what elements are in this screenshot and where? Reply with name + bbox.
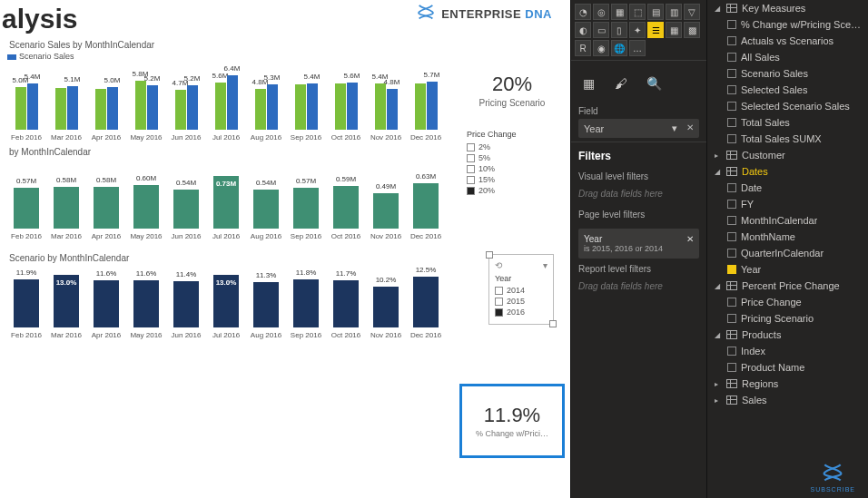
bar[interactable]: 5.4M [27,83,38,130]
field-node[interactable]: Selected Scenario Sales [707,98,868,114]
bar[interactable]: 5.7M [427,82,438,130]
table-node[interactable]: ▸Sales [707,392,868,408]
bar[interactable] [55,88,66,130]
viz-r-icon[interactable]: R [575,40,591,56]
chart-scenario-sales[interactable]: Scenario Sales by MonthInCalendar Scenar… [7,40,445,142]
field-node[interactable]: Price Change [707,294,868,310]
bar[interactable]: 5.4M [375,83,386,130]
bar[interactable]: 4.7M [175,90,186,130]
field-node[interactable]: All Sales [707,49,868,65]
field-checkbox[interactable] [727,314,736,323]
bar[interactable]: 13.0% [213,275,239,327]
bar[interactable]: 4.8M [255,89,266,130]
viz-treemap-icon[interactable]: ▦ [611,4,627,20]
report-filters-dropzone[interactable]: Drag data fields here [571,279,706,300]
field-checkbox[interactable] [727,85,736,94]
viz-card-icon[interactable]: ▭ [593,22,609,38]
field-node[interactable]: QuarterInCalendar [707,245,868,261]
fields-tab-icon[interactable]: ▦ [578,73,598,93]
bar[interactable]: 13.0% [54,275,79,327]
field-checkbox[interactable] [727,134,736,143]
viz-pie-icon[interactable]: ◔ [575,4,591,20]
bar[interactable]: 11.6% [133,280,159,327]
bar[interactable]: 5.6M [215,83,226,131]
bar[interactable]: 0.58M [54,187,79,229]
field-node[interactable]: MonthInCalendar [707,212,868,229]
field-checkbox[interactable] [727,183,736,192]
viz-custom-icon[interactable]: … [629,40,646,56]
viz-shape-map-icon[interactable]: ▥ [666,4,682,20]
bar[interactable]: 5.2M [147,85,158,130]
field-node[interactable]: Date [707,180,868,196]
bar[interactable]: 12.5% [413,277,439,327]
table-node[interactable]: ◢Key Measures [707,0,868,16]
bar[interactable]: 4.8M [387,89,398,130]
viz-gauge-icon[interactable]: ◐ [575,22,591,38]
field-checkbox[interactable] [727,102,736,111]
bar[interactable]: 5.0M [107,87,118,130]
field-chip-menu-icon[interactable]: ▾ [672,122,677,134]
slicer-item[interactable]: 2015 [495,297,547,306]
bar[interactable]: 5.8M [135,81,146,130]
bar[interactable]: 11.4% [173,281,199,327]
viz-matrix-icon[interactable]: ▩ [684,22,700,38]
bar[interactable]: 0.60M [133,185,159,229]
legend-item[interactable]: 20% [467,186,557,195]
field-node[interactable]: Scenario Sales [707,65,868,82]
legend-item[interactable]: 15% [467,175,557,184]
table-node[interactable]: ◢Products [707,327,868,343]
viz-slicer-icon[interactable]: ☰ [647,22,664,38]
analytics-tab-icon[interactable]: 🔍 [644,73,664,93]
viz-map-icon[interactable]: ⬚ [629,4,646,20]
slicer-dropdown-icon[interactable]: ▾ [543,260,547,270]
bar[interactable] [295,84,306,130]
slicer-clear-icon[interactable]: ⟲ [495,260,502,270]
slicer-item[interactable]: 2014 [495,286,547,295]
field-node[interactable]: Pricing Scenario [707,310,868,327]
legend-item[interactable]: 10% [467,164,557,173]
bar[interactable]: 11.3% [253,282,279,327]
field-node[interactable]: % Change w/Pricing Scenario [707,16,868,33]
viz-multicard-icon[interactable]: ▯ [611,22,627,38]
field-node[interactable]: Total Sales [707,114,868,131]
table-node[interactable]: ◢Dates [707,163,868,180]
legend-item[interactable]: 5% [467,153,557,162]
viz-globe-icon[interactable]: 🌐 [611,40,627,56]
field-node[interactable]: Total Sales SUMX [707,131,868,147]
viz-table-icon[interactable]: ▦ [666,22,682,38]
field-checkbox[interactable] [727,249,736,258]
format-tab-icon[interactable]: 🖌 [611,73,631,93]
bar[interactable]: 5.2M [187,85,198,130]
bar[interactable]: 5.0M [15,87,26,130]
bar[interactable]: 0.63M [413,183,439,229]
page-filter-year[interactable]: Year✕ is 2015, 2016 or 2014 [578,229,699,259]
bar[interactable]: 6.4M [227,75,238,130]
filter-remove-icon[interactable]: ✕ [686,234,694,244]
slicer-item[interactable]: 2016 [495,308,547,317]
percent-change-card[interactable]: 11.9% % Change w/Prici… [459,384,565,458]
bar[interactable]: 0.54M [253,190,279,229]
chart-difference[interactable]: by MonthInCalendar 0.57MFeb 20160.58MMar… [7,147,445,240]
bar[interactable]: 0.73M [213,176,239,229]
bar[interactable] [415,83,426,130]
viz-filled-map-icon[interactable]: ▤ [647,4,664,20]
field-node[interactable]: Product Name [707,359,868,376]
bar[interactable]: 0.59M [333,186,359,229]
bar[interactable]: 5.1M [67,86,78,130]
table-node[interactable]: ▸Customer [707,147,868,163]
bar[interactable]: 0.57M [14,188,39,229]
bar[interactable]: 11.7% [333,280,359,327]
bar[interactable]: 5.6M [347,83,358,131]
viz-donut-icon[interactable]: ◎ [593,4,609,20]
bar[interactable]: 0.57M [293,188,319,229]
field-node[interactable]: Year [707,261,868,278]
chart-percent-change[interactable]: Scenario by MonthInCalendar 11.9%Feb 201… [7,253,445,339]
bar[interactable]: 5.4M [307,83,318,130]
bar[interactable]: 11.8% [293,279,319,327]
field-checkbox[interactable] [727,20,736,29]
field-checkbox[interactable] [727,347,736,356]
field-checkbox[interactable] [727,232,736,241]
year-slicer[interactable]: ⟲ ▾ Year 201420152016 [488,254,554,325]
field-node[interactable]: Index [707,343,868,359]
field-checkbox[interactable] [727,69,736,78]
